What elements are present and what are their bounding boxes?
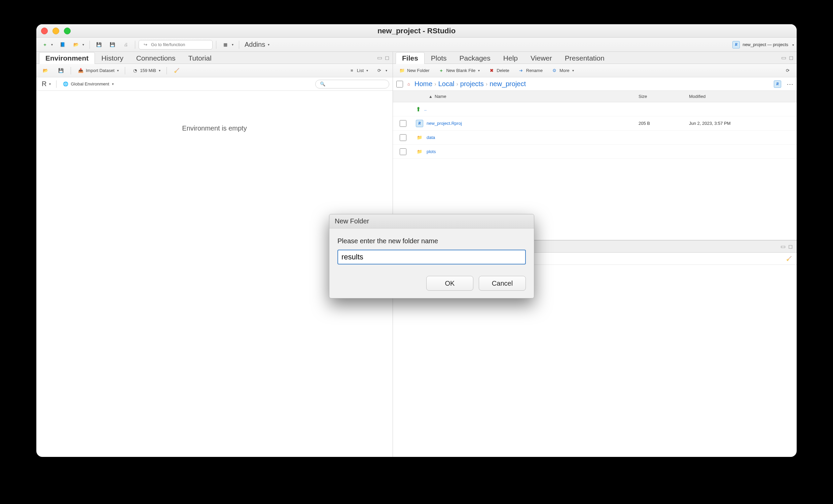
minimize-pane-icon[interactable]: ▭ <box>781 54 786 61</box>
cancel-button[interactable]: Cancel <box>479 276 526 291</box>
tab-environment[interactable]: Environment <box>39 52 95 64</box>
save-icon: 💾 <box>95 41 103 48</box>
save-workspace-button[interactable]: 💾 <box>55 66 67 76</box>
refresh-icon: ⟳ <box>376 67 383 74</box>
file-modified: Jun 2, 2023, 3:57 PM <box>689 121 797 126</box>
clear-jobs-icon[interactable]: 🧹 <box>785 255 793 262</box>
new-folder-dialog: New Folder Please enter the new folder n… <box>329 214 534 298</box>
tab-plots[interactable]: Plots <box>425 52 453 64</box>
goto-file-function-input[interactable]: ↪ Go to file/function <box>139 40 213 49</box>
col-size[interactable]: Size <box>639 94 689 99</box>
project-selector[interactable]: R new_project — projects <box>732 41 794 48</box>
new-project-icon: 📘 <box>59 41 66 48</box>
breadcrumb-local[interactable]: Local <box>438 80 454 88</box>
rproj-icon: R <box>732 41 740 48</box>
refresh-icon: ⟳ <box>784 67 791 74</box>
separator <box>239 41 239 49</box>
tab-connections[interactable]: Connections <box>130 52 182 64</box>
import-dataset-button[interactable]: 📥 Import Dataset <box>75 66 121 76</box>
ok-button[interactable]: OK <box>426 276 473 291</box>
environment-scope-selector[interactable]: 🌐 Global Environment <box>60 79 115 89</box>
save-button[interactable]: 💾 <box>93 40 104 50</box>
tab-packages[interactable]: Packages <box>453 52 497 64</box>
file-row-up[interactable]: ⬆.. <box>393 102 797 116</box>
file-name[interactable]: plots <box>427 149 436 154</box>
maximize-pane-icon[interactable]: ◻ <box>385 54 389 61</box>
tab-history[interactable]: History <box>95 52 129 64</box>
file-row: 📁data <box>393 130 797 145</box>
clear-workspace-button[interactable]: 🧹 <box>171 66 182 76</box>
new-folder-icon: 📁 <box>398 67 406 74</box>
new-folder-label: New Folder <box>407 68 429 73</box>
rproj-icon[interactable]: R <box>774 80 781 88</box>
tab-presentation[interactable]: Presentation <box>558 52 611 64</box>
rename-button[interactable]: ➜ Rename <box>516 66 545 76</box>
rstudio-window: new_project - RStudio ＋ 📘 📂 💾 💾 🖨 ↪ Go t… <box>36 24 797 457</box>
col-name[interactable]: ▲Name <box>413 94 639 99</box>
new-project-button[interactable]: 📘 <box>57 40 68 50</box>
more-button[interactable]: ⚙ More <box>549 66 576 76</box>
new-file-button[interactable]: ＋ <box>39 40 55 50</box>
pie-icon: ◔ <box>131 67 139 74</box>
maximize-pane-icon[interactable]: ◻ <box>788 243 793 250</box>
delete-button[interactable]: ✖ Delete <box>486 66 511 76</box>
main-toolbar: ＋ 📘 📂 💾 💾 🖨 ↪ Go to file/function ▦ Addi… <box>36 38 797 52</box>
print-button[interactable]: 🖨 <box>120 40 132 50</box>
new-blank-file-button[interactable]: ＋ New Blank File <box>435 66 482 76</box>
more-label: More <box>560 68 570 73</box>
project-label: new_project — projects <box>742 42 788 47</box>
open-file-button[interactable]: 📂 <box>70 40 86 50</box>
addins-menu[interactable]: Addins <box>243 39 271 50</box>
view-mode[interactable]: ≡ List <box>346 66 370 76</box>
refresh-files-button[interactable]: ⟳ <box>782 66 793 76</box>
sort-asc-icon: ▲ <box>429 94 433 99</box>
file-row: Rnew_project.Rproj 205 B Jun 2, 2023, 3:… <box>393 116 797 130</box>
col-modified[interactable]: Modified <box>689 94 797 99</box>
goto-arrow-icon: ↪ <box>142 41 149 48</box>
dialog-title: New Folder <box>329 214 534 229</box>
file-name[interactable]: new_project.Rproj <box>427 121 462 126</box>
zoom-window-button[interactable] <box>64 28 71 34</box>
refresh-button[interactable]: ⟳ <box>374 66 389 76</box>
load-workspace-button[interactable]: 📂 <box>40 66 51 76</box>
breadcrumb-projects[interactable]: projects <box>460 80 484 88</box>
maximize-pane-icon[interactable]: ◻ <box>789 54 793 61</box>
globe-icon: 🌐 <box>62 80 69 88</box>
close-window-button[interactable] <box>41 28 48 34</box>
minimize-pane-icon[interactable]: ▭ <box>781 243 786 250</box>
rename-icon: ➜ <box>518 67 525 74</box>
new-folder-button[interactable]: 📁 New Folder <box>396 66 431 76</box>
select-all-checkbox[interactable] <box>396 81 403 88</box>
home-icon[interactable]: ⌂ <box>405 80 412 88</box>
rproj-icon: R <box>416 120 423 127</box>
chevron-right-icon: › <box>456 81 458 87</box>
env-scope-bar: R 🌐 Global Environment 🔍 <box>36 77 392 91</box>
tab-files[interactable]: Files <box>396 52 425 64</box>
save-all-button[interactable]: 💾 <box>106 40 118 50</box>
up-arrow-icon: ⬆ <box>416 106 421 113</box>
row-checkbox[interactable] <box>400 120 406 127</box>
path-more-button[interactable]: ⋯ <box>787 80 793 88</box>
minimize-window-button[interactable] <box>52 28 59 34</box>
tab-viewer[interactable]: Viewer <box>524 52 558 64</box>
file-name[interactable]: .. <box>424 107 427 112</box>
breadcrumb-new-project[interactable]: new_project <box>490 80 526 88</box>
breadcrumb-home[interactable]: Home <box>414 80 432 88</box>
language-selector[interactable]: R <box>40 79 53 89</box>
tab-help[interactable]: Help <box>497 52 524 64</box>
tab-tutorial[interactable]: Tutorial <box>182 52 218 64</box>
memory-usage[interactable]: ◔ 159 MiB <box>129 66 163 76</box>
folder-name-input[interactable] <box>337 250 526 264</box>
folder-icon: 📁 <box>416 148 423 155</box>
row-checkbox[interactable] <box>400 148 406 155</box>
env-search-input[interactable]: 🔍 <box>315 80 389 89</box>
minimize-pane-icon[interactable]: ▭ <box>377 54 382 61</box>
file-name[interactable]: data <box>427 135 435 140</box>
file-row: 📁plots <box>393 145 797 159</box>
grid-button[interactable]: ▦ <box>220 40 236 50</box>
row-checkbox[interactable] <box>400 134 406 141</box>
file-size: 205 B <box>639 121 689 126</box>
folder-icon: 📁 <box>416 134 423 141</box>
open-folder-icon: 📂 <box>72 41 80 48</box>
dialog-prompt: Please enter the new folder name <box>337 237 526 245</box>
